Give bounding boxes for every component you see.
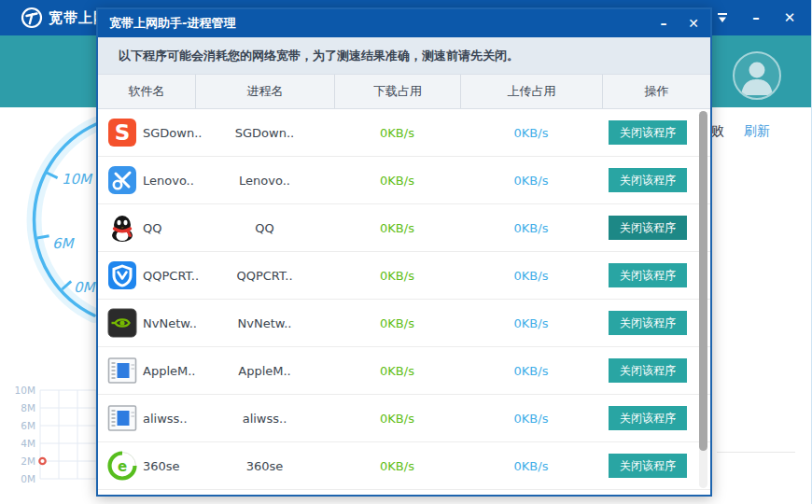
download-usage: 0KB/s	[334, 174, 460, 188]
process-row: QQQQ0KB/s0KB/s关闭该程序	[98, 204, 710, 252]
dialog-minimize-button[interactable]: –	[654, 14, 673, 33]
software-name: SGDown..	[143, 126, 202, 140]
chart-marker-dot	[39, 458, 45, 464]
process-name: NvNetw..	[195, 316, 334, 330]
process-manager-dialog: 宽带上网助手-进程管理 – ✕ 以下程序可能会消耗您的网络宽带，为了测速结果准确…	[96, 7, 712, 497]
notice-bar: 以下程序可能会消耗您的网络宽带，为了测速结果准确，测速前请先关闭。	[98, 37, 710, 75]
download-usage: 0KB/s	[334, 364, 460, 378]
dropdown-caret-icon[interactable]	[712, 7, 733, 28]
download-usage: 0KB/s	[334, 269, 460, 283]
close-program-button[interactable]: 关闭该程序	[609, 216, 687, 240]
column-header-download: 下载占用	[334, 75, 460, 108]
winapp-app-icon	[107, 403, 137, 433]
winapp-app-icon	[107, 356, 137, 385]
lenovo-app-icon	[107, 165, 137, 195]
nvidia-app-icon	[107, 308, 137, 338]
process-table: SSGDown..SGDown..0KB/s0KB/s关闭该程序Lenovo..…	[98, 109, 710, 490]
column-header-software: 软件名	[98, 75, 195, 108]
upload-usage: 0KB/s	[460, 126, 602, 140]
dialog-close-button[interactable]: ✕	[684, 14, 703, 33]
close-program-button[interactable]: 关闭该程序	[609, 454, 687, 478]
chart-ylabel: 6M	[21, 420, 35, 431]
process-row: AppleM..AppleM..0KB/s0KB/s关闭该程序	[98, 347, 710, 395]
chart-ylabel: 4M	[21, 438, 35, 449]
upload-usage: 0KB/s	[460, 221, 602, 235]
process-name: 360se	[195, 459, 334, 473]
upload-usage: 0KB/s	[460, 364, 602, 378]
close-program-button[interactable]: 关闭该程序	[609, 263, 687, 287]
column-header-process: 进程名	[195, 75, 334, 108]
upload-usage: 0KB/s	[460, 174, 602, 188]
chart-ylabel: 2M	[21, 455, 35, 467]
process-row: QQPCRT..QQPCRT..0KB/s0KB/s关闭该程序	[98, 252, 710, 300]
gauge-label-10m: 10M	[62, 171, 93, 188]
close-program-button[interactable]: 关闭该程序	[609, 358, 687, 383]
software-name: Lenovo..	[143, 174, 194, 188]
dialog-scrollbar	[699, 111, 707, 488]
software-name: 360se	[143, 459, 180, 473]
upload-usage: 0KB/s	[460, 459, 602, 473]
process-row: NvNetw..NvNetw..0KB/s0KB/s关闭该程序	[98, 300, 710, 347]
process-name: SGDown..	[195, 126, 334, 140]
upload-usage: 0KB/s	[460, 412, 602, 426]
main-window: 宽带上网 – ✕ 10M 6M 0M	[0, 0, 812, 504]
upload-usage: 0KB/s	[460, 316, 602, 330]
gauge-label-6m: 6M	[52, 235, 76, 252]
chart-ylabel: 0M	[21, 473, 35, 484]
process-row: aliwss..aliwss..0KB/s0KB/s关闭该程序	[98, 395, 710, 442]
dialog-controls: – ✕	[654, 9, 703, 37]
app-logo-icon	[21, 7, 43, 29]
process-name: QQ	[195, 221, 334, 235]
speed-history-chart: 10M 8M 6M 4M 2M 0M	[0, 376, 103, 499]
software-name: aliwss..	[143, 412, 188, 426]
download-usage: 0KB/s	[334, 126, 460, 140]
download-usage: 0KB/s	[334, 412, 460, 426]
process-name: AppleM..	[195, 364, 334, 378]
software-name: QQ	[143, 221, 161, 235]
close-program-button[interactable]: 关闭该程序	[609, 406, 687, 430]
speed-gauge: 10M 6M 0M	[0, 117, 103, 324]
window-controls: – ✕	[712, 0, 800, 35]
se360-app-icon: e	[107, 451, 137, 481]
column-header-upload: 上传占用	[460, 75, 602, 108]
gauge-label-0m: 0M	[74, 279, 97, 296]
software-name: QQPCRT..	[143, 269, 199, 283]
process-name: aliwss..	[195, 412, 334, 426]
close-program-button[interactable]: 关闭该程序	[609, 120, 687, 145]
chart-ylabel: 8M	[21, 402, 35, 413]
download-usage: 0KB/s	[334, 221, 460, 235]
dialog-titlebar: 宽带上网助手-进程管理 – ✕	[98, 9, 710, 37]
close-program-button[interactable]: 关闭该程序	[609, 168, 687, 192]
upload-usage: 0KB/s	[460, 269, 602, 283]
avatar[interactable]	[732, 50, 782, 101]
table-header: 软件名 进程名 下载占用 上传占用 操作	[98, 75, 710, 109]
process-row: Lenovo..Lenovo..0KB/s0KB/s关闭该程序	[98, 157, 710, 204]
refresh-link[interactable]: 刷新	[744, 123, 770, 140]
qqpcrt-app-icon	[107, 260, 137, 290]
software-name: AppleM..	[143, 364, 196, 378]
svg-text:e: e	[118, 458, 127, 475]
download-usage: 0KB/s	[334, 459, 460, 473]
process-name: Lenovo..	[195, 174, 334, 188]
status-text-partial: 败	[711, 123, 724, 140]
main-close-button[interactable]: ✕	[779, 7, 800, 28]
process-row: SSGDown..SGDown..0KB/s0KB/s关闭该程序	[98, 109, 710, 157]
scrollbar-thumb[interactable]	[699, 111, 707, 451]
close-program-button[interactable]: 关闭该程序	[609, 311, 687, 335]
chart-ylabel: 10M	[15, 385, 35, 396]
process-row: e360se360se0KB/s0KB/s关闭该程序	[98, 442, 710, 490]
column-header-action: 操作	[602, 75, 710, 108]
dialog-title: 宽带上网助手-进程管理	[109, 15, 235, 32]
sgdown-app-icon: S	[107, 118, 137, 147]
main-minimize-button[interactable]: –	[746, 7, 766, 28]
software-name: NvNetw..	[143, 316, 197, 330]
process-name: QQPCRT..	[195, 269, 334, 283]
download-usage: 0KB/s	[334, 316, 460, 330]
qq-app-icon	[107, 213, 137, 243]
svg-text:S: S	[115, 120, 131, 145]
divider	[717, 452, 795, 453]
